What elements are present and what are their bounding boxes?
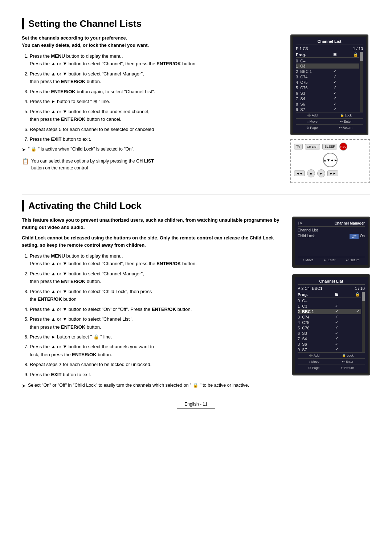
step-1-7: Press the EXIT button to exit.	[30, 135, 282, 143]
ch-list-note-text: You can select these options by simply p…	[31, 158, 154, 172]
channel-liat-subheader: P 2 C4 BBC1 1 / 10	[298, 286, 365, 291]
note-child-lock-text: " 🔒 " is active when "Child Lock" is sel…	[28, 146, 134, 153]
ch-list-note: 📋 You can select these options by simply…	[22, 158, 282, 172]
step-2-5: Press the ▲ or ▼ button to select "Chann…	[30, 315, 283, 331]
ch-row-9: 9 S7 ✓	[296, 107, 359, 112]
ch-row-7: 7 S4 ✓	[296, 96, 359, 101]
step-1-4: Press the ► button to select " ⊞ " line.	[30, 98, 282, 105]
note-child-lock: ➤ " 🔒 " is active when "Child Lock" is s…	[22, 146, 282, 153]
ch-row-3: 3 C74 ✓	[296, 74, 359, 79]
ch-row-5: 5 C76 ✓	[296, 85, 359, 90]
step-2-3: Press the ▲ or ▼ button to select "Child…	[30, 288, 283, 303]
note-arrow-icon: ➤	[22, 146, 26, 153]
manager-channel-list: Channel List	[298, 228, 365, 233]
option-on: On	[360, 234, 365, 239]
channel-list-nav: ➕Add 🔒Lock	[296, 112, 363, 118]
channel-list-screen: Channel List P 1 C3 1 / 10 Prog. ⊞ 🔒	[293, 37, 366, 133]
channel-manager-screen: TV Channel Manager Channel List Child Lo…	[295, 219, 368, 265]
section1-intro1: Set the channels according to your prefe…	[22, 34, 282, 49]
cl2-row-7: 7 S4 ✓	[298, 336, 361, 341]
scrollbar-thumb	[360, 52, 363, 61]
channel-list-tv-panel: Channel List P 1 C3 1 / 10 Prog. ⊞ 🔒	[290, 34, 368, 135]
manager-child-lock-label: Child Lock	[298, 234, 315, 238]
note-icon-b: 📋	[22, 157, 29, 166]
ch-row-8: 8 S6 ✓	[296, 101, 359, 107]
channel-liat-screen: Channel Liat P 2 C4 BBC1 1 / 10 Prog. ⊞	[295, 277, 368, 373]
channel-liat-title: Channel Liat	[298, 279, 365, 285]
channel-list-scrollbar	[360, 52, 363, 112]
step-1-6: Repeat steps 5 for each channel to be se…	[30, 126, 282, 133]
step-2-1: Press the MENU button to display the men…	[30, 252, 283, 268]
channel-liat-nav: ➕Add 🔒Lock	[298, 352, 365, 358]
cl2-row-9: 9 S7 ✓	[298, 347, 361, 352]
step-2-7: Press the ▲ or ▼ button to select the ch…	[30, 343, 283, 358]
col-lock: 🔒	[352, 52, 359, 57]
channel-list-table: Prog. ⊞ 🔒 0 C– 1 C3	[296, 52, 363, 112]
cl2-row-0: 0 C–	[298, 298, 361, 303]
channel-list-rows: Prog. ⊞ 🔒 0 C– 1 C3	[296, 52, 359, 112]
cl2-row-4: 4 C75 ✓	[298, 320, 361, 325]
section1-text: Set the channels according to your prefe…	[22, 34, 282, 187]
step-2-4: Press the ▲ or ▼ button to select "On" o…	[30, 305, 283, 313]
remote-top-row: TV CH LIST SLEEP REC	[294, 143, 367, 151]
step-2-9: Press the EXIT button to exit.	[30, 371, 283, 378]
remote-bottom-row: ◄◄ ■ ► ►►	[294, 169, 367, 177]
step-1-1: Press the MENU button to display the men…	[30, 52, 282, 68]
step-2-8: Repeat steps 7 for each channel to be lo…	[30, 361, 283, 368]
step-2-6: Press the ► button to select " 🔒 " line.	[30, 333, 283, 341]
remote-btn-chlist: CH LIST	[305, 144, 320, 149]
section2-steps: Press the MENU button to display the men…	[22, 252, 283, 378]
manager-header: TV Channel Manager	[298, 221, 365, 227]
ch-row-1: 1 C3	[296, 63, 359, 69]
note-child-lock-2: ➤ Select "On" or "Off" in "Child Lock" t…	[22, 382, 283, 390]
ch-row-0: 0 C–	[296, 58, 359, 63]
section2-intro2: Child Lock cannot be released using the …	[22, 234, 283, 248]
section2-intro1: This feature allows you to prevent unaut…	[22, 217, 283, 231]
cl2-row-8: 8 S6 ✓	[298, 341, 361, 347]
col-add: ⊞	[330, 52, 340, 57]
step-1-3: Press the ENTER/OK button again, to sele…	[30, 88, 282, 95]
channel-liat-header: Prog. ⊞ 🔒	[298, 292, 361, 297]
channel-liat-scrollbar	[362, 292, 365, 352]
manager-child-lock-row: Child Lock Off On	[298, 233, 365, 239]
footer-label: English - 11	[177, 400, 215, 408]
channel-manager-panel: TV Channel Manager Channel List Child Lo…	[292, 217, 370, 268]
section2-title: Activating the Child Lock	[22, 200, 370, 211]
cl2-row-5: 5 C76 ✓	[298, 325, 361, 330]
section1-layout: Set the channels according to your prefe…	[22, 34, 370, 187]
ch-row-6: 6 S3 ✓	[296, 90, 359, 96]
col-prog: Prog.	[296, 53, 318, 57]
section2-panels: TV Channel Manager Channel List Child Lo…	[292, 217, 370, 390]
remote-control-box: TV CH LIST SLEEP REC ▲▼◄► ◄◄ ■ ► ►►	[290, 139, 370, 183]
note-child-lock-text-2: Select "On" or "Off" in "Child Lock" to …	[28, 382, 249, 389]
section2-text: This feature allows you to prevent unaut…	[22, 217, 283, 390]
channel-list-header: Prog. ⊞ 🔒	[296, 52, 359, 58]
manager-tv-label: TV	[298, 221, 302, 225]
cl2-row-1: 1 C3 ✓	[298, 303, 361, 309]
section1-title: Setting the Channel Lists	[22, 18, 370, 29]
channel-liat-nav2: ↕Move ↩Enter	[298, 358, 365, 365]
option-off: Off	[350, 234, 359, 239]
cl2-row-6: 6 S3 ✓	[298, 330, 361, 336]
channel-liat-nav3: ⊙Page ↩Return	[298, 365, 365, 371]
scrollbar-thumb-2	[362, 292, 365, 301]
channel-list-nav3: ⊙Page ↩Return	[296, 124, 363, 131]
step-2-2: Press the ▲ or ▼ button to select "Chann…	[30, 270, 283, 286]
cl2-row-2: 2 BBC 1 ✓ ✓	[298, 309, 361, 314]
channel-list-subheader: P 1 C3 1 / 10	[296, 46, 363, 51]
ch-row-4: 4 C75 ✓	[296, 79, 359, 85]
remote-nav: ▲▼◄►	[323, 153, 338, 167]
section-divider	[22, 194, 370, 194]
channel-liat-panel: Channel Liat P 2 C4 BBC1 1 / 10 Prog. ⊞	[292, 274, 370, 375]
remote-nav-circle: ▲▼◄►	[294, 153, 367, 167]
remote-btn-play: ►	[317, 169, 325, 177]
remote-btn-rec: REC	[339, 143, 347, 151]
manager-options: Off On	[350, 234, 365, 239]
channel-liat-rows: Prog. ⊞ 🔒 0 C– 1 C3 ✓	[298, 292, 361, 352]
channel-liat-table: Prog. ⊞ 🔒 0 C– 1 C3 ✓	[298, 292, 365, 352]
ch-row-2: 2 BBC 1 ✓	[296, 69, 359, 74]
manager-nav: ↕ Move ↩ Enter ↩ Return	[298, 257, 365, 263]
section1-panel: Channel List P 1 C3 1 / 10 Prog. ⊞ 🔒	[290, 34, 370, 187]
section2-layout: This feature allows you to prevent unaut…	[22, 217, 370, 390]
page-wrapper: Setting the Channel Lists Set the channe…	[22, 18, 370, 408]
